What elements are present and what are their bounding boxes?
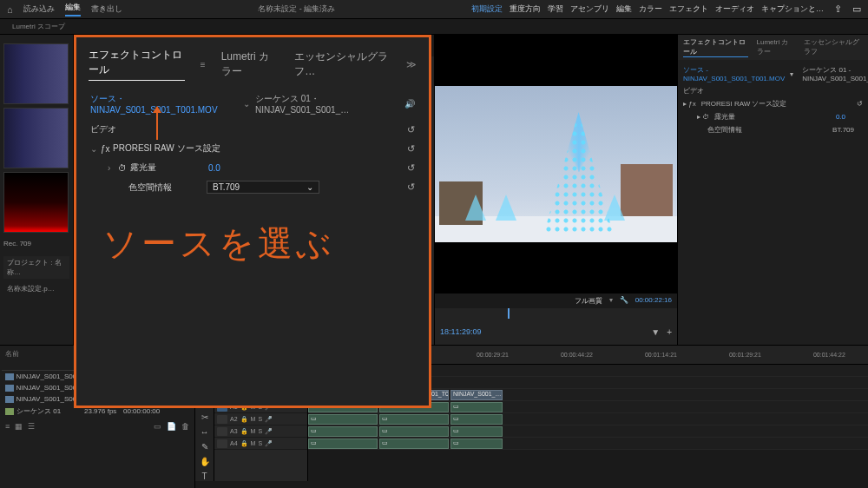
share-icon[interactable]: ⇪	[834, 3, 842, 15]
timeline-clip[interactable]: NINJAV_S001_S001_T0…	[379, 390, 449, 400]
video-section: ビデオ	[683, 84, 863, 97]
hand-tool-icon[interactable]: ✋	[200, 457, 210, 466]
export-frame-icon[interactable]: 📷	[312, 327, 322, 337]
vectorscope[interactable]	[3, 108, 69, 168]
program-info-bar: フル画質 ▾ 🔧 00:00:22:16	[435, 293, 677, 308]
project-item[interactable]: NINJAV_S001_S001_T001.MO…23.976 fps16:11…	[2, 371, 193, 382]
track-header-v1[interactable]: V1🔒👁	[214, 389, 307, 401]
ws-item[interactable]: 編集	[616, 3, 632, 15]
program-monitor[interactable]	[435, 35, 677, 293]
project-item[interactable]: NINJAV_S001_S001_T002.MO…23.976 fps16:11…	[2, 382, 193, 393]
ws-item[interactable]: エフェクト	[669, 3, 708, 15]
track-header-a3[interactable]: A3🔒MS🎤	[214, 425, 307, 438]
timeline-audio-clip[interactable]: ▭	[308, 414, 378, 425]
ws-item[interactable]: 学習	[548, 3, 563, 15]
program-scrubber[interactable]	[435, 308, 677, 319]
timeline-audio-clip[interactable]: ▭	[308, 426, 378, 437]
project-footer: ≡ ▦ ☰ ▭ 📄 🗑	[0, 419, 194, 433]
home-icon[interactable]: ⌂	[7, 4, 13, 15]
mark-in-icon[interactable]: {	[186, 327, 188, 337]
ripple-tool-icon[interactable]: ⇆	[201, 398, 208, 407]
menu-import[interactable]: 読み込み	[23, 3, 55, 15]
ws-item[interactable]: オーディオ	[715, 3, 754, 15]
trash-icon[interactable]: 🗑	[181, 422, 189, 431]
track-select-tool-icon[interactable]: ⇢	[201, 383, 208, 392]
timeline-audio-clip[interactable]: ▭	[379, 426, 449, 437]
clip-icon	[5, 396, 14, 403]
timeline-audio-clip[interactable]: ▭	[379, 439, 449, 449]
timeline-audio-clip[interactable]: ▭	[308, 439, 378, 449]
bin-label: 名称未設定.p…	[3, 282, 69, 295]
tab-effect-controls[interactable]: エフェクトコントロール	[683, 37, 748, 57]
timeline-audio-clip[interactable]: ▭	[450, 414, 503, 425]
lift-icon[interactable]: ▼	[651, 327, 660, 337]
exposure-row[interactable]: ▸ ⏱露光量 0.0	[683, 110, 863, 123]
waveform-scope[interactable]	[3, 43, 69, 104]
ws-item[interactable]: 重度方向	[510, 3, 541, 15]
ws-item[interactable]: キャプションと…	[761, 3, 824, 15]
freeform-view-icon[interactable]: ☰	[28, 422, 35, 431]
menu-export[interactable]: 書き出し	[91, 3, 122, 15]
tab-essential-graphics[interactable]: エッセンシャルグラフ	[804, 37, 863, 57]
slip-tool-icon[interactable]: ↔	[201, 427, 209, 437]
track-header-v2[interactable]: V2🔒👁	[214, 377, 307, 389]
track-header-a1[interactable]: A1🔒MS🎤	[214, 401, 307, 413]
timeline-ruler[interactable]: 00:00:00:0000:00:14:2200:00:29:2100:00:4…	[195, 346, 868, 365]
type-tool-icon[interactable]: T	[201, 472, 207, 481]
mark-out-icon[interactable]: }	[195, 327, 198, 337]
timeline-audio-clip[interactable]: ▭	[379, 402, 449, 412]
menu-edit[interactable]: 編集	[65, 2, 81, 16]
go-in-icon[interactable]: |◀	[206, 327, 215, 337]
parade-scope[interactable]	[3, 172, 69, 233]
source-timecode[interactable]: 18:11:29:09	[440, 327, 482, 336]
bottom-workspace: 名前フレームレートメディア開始メディ… NINJAV_S001_S001_T00…	[0, 345, 868, 488]
play-icon[interactable]: ▶	[238, 327, 245, 337]
clip-icon	[5, 373, 14, 380]
track-header-a4[interactable]: A4🔒MS🎤	[214, 438, 307, 450]
playback-quality[interactable]: フル画質	[575, 296, 602, 306]
timeline-clip[interactable]: NINJAV_S001_…	[450, 390, 503, 400]
ws-item[interactable]: アセンブリ	[570, 3, 609, 15]
step-back-icon[interactable]: ◀|	[221, 327, 231, 337]
tab-source[interactable]: ソース : NINJAV_S001_S001_T001.MOV	[81, 38, 213, 53]
tab-lumetri-color[interactable]: Lumetri カラー	[757, 37, 796, 57]
tab-program-mini[interactable]: プログラム : シーケンス 01	[225, 38, 313, 53]
insert-icon[interactable]: ⊕	[284, 327, 291, 337]
timeline-audio-clip[interactable]: ▭	[450, 439, 503, 449]
pen-tool-icon[interactable]: ✎	[201, 442, 208, 452]
step-fwd-icon[interactable]: |▶	[252, 327, 261, 337]
timeline-audio-clip[interactable]: ▭	[308, 402, 378, 412]
colorspace-row[interactable]: 色空間情報 BT.709	[683, 123, 863, 136]
list-view-icon[interactable]: ≡	[5, 422, 10, 431]
track-header-a2[interactable]: A2🔒MS🎤	[214, 413, 307, 425]
ws-item[interactable]: カラー	[639, 3, 662, 15]
reset-icon[interactable]: ↺	[857, 100, 863, 108]
project-item[interactable]: シーケンス 0123.976 fps00:00:00:00	[2, 405, 193, 418]
source-clip-selector[interactable]: ソース - NINJAV_S001_S001_T001.MOV▾ シーケンス 0…	[683, 63, 863, 84]
timeline-audio-clip[interactable]: ▭	[450, 426, 503, 437]
ws-default[interactable]: 初期設定	[471, 3, 503, 15]
new-item-icon[interactable]: 📄	[167, 422, 176, 431]
icon-view-icon[interactable]: ▦	[15, 422, 23, 431]
tab-lumetri-scopes[interactable]: Lumetri スコープ	[7, 20, 70, 33]
new-bin-icon[interactable]: ▭	[154, 422, 161, 431]
extract-icon[interactable]: +	[667, 327, 672, 337]
timeline-tracks[interactable]: NINJAV_S001_S001_T0… NINJAV_S001_S001_T0…	[308, 365, 868, 481]
settings-icon[interactable]: 🔧	[620, 296, 628, 306]
razor-tool-icon[interactable]: ✂	[201, 412, 208, 422]
selection-tool-icon[interactable]: ↖	[201, 368, 208, 378]
panel-tab-strip: Lumetri スコープ	[0, 19, 868, 35]
overwrite-icon[interactable]: ⊡	[298, 327, 305, 337]
go-out-icon[interactable]: ▶|	[267, 327, 277, 337]
track-headers: V3🔒👁 V2🔒👁 V1🔒👁 A1🔒MS🎤 A2🔒MS🎤 A3🔒MS🎤 A4🔒M…	[214, 365, 308, 481]
program-timecode[interactable]: 00:00:22:16	[635, 296, 672, 306]
project-panel-tab[interactable]: プロジェクト : 名称…	[3, 256, 69, 279]
project-item[interactable]: NINJAV_S001_S001_T003.MO…23.976 fps16:13…	[2, 393, 193, 405]
source-panel-tabs: ソース : NINJAV_S001_S001_T001.MOV プログラム : …	[74, 35, 434, 56]
quick-export-icon[interactable]: ▭	[852, 3, 861, 15]
timeline-audio-clip[interactable]: ▭	[379, 414, 449, 425]
timeline-clip[interactable]: NINJAV_S001_S001_T0…	[308, 390, 378, 400]
timeline-audio-clip[interactable]: ▭	[450, 402, 503, 412]
fx-proresraw[interactable]: ▸ ƒxPRORESI RAW ソース設定 ↺	[683, 97, 863, 110]
track-header-v3[interactable]: V3🔒👁	[214, 365, 307, 377]
